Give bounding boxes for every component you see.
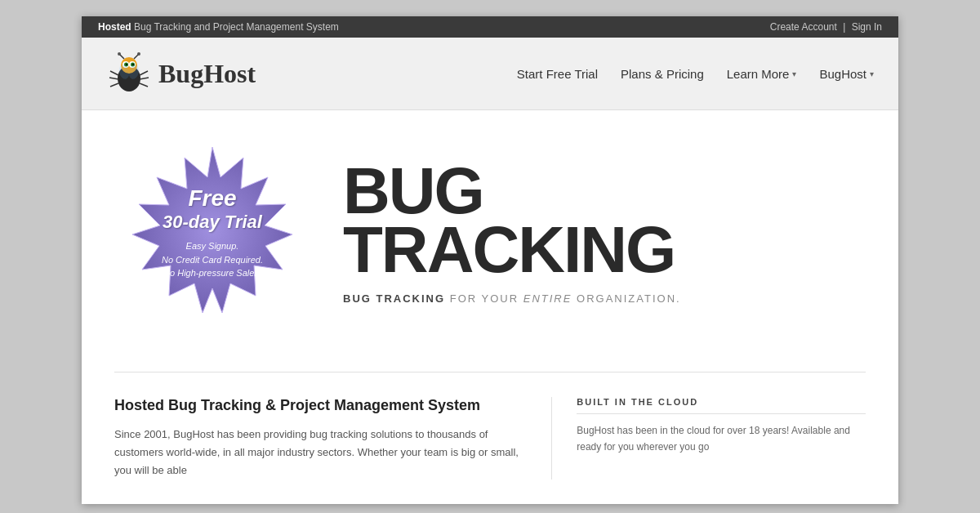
badge-detail-1: Easy Signup. (186, 241, 239, 251)
svg-point-10 (118, 52, 121, 56)
top-bar: Hosted Bug Tracking and Project Manageme… (82, 16, 898, 38)
site-logo-text: BugHost (158, 59, 256, 89)
svg-line-17 (140, 83, 148, 87)
auth-separator: | (843, 21, 845, 33)
main-nav: Start Free Trial Plans & Pricing Learn M… (517, 67, 874, 81)
bughost-chevron-icon: ▾ (870, 69, 874, 78)
site-header: BugHost Start Free Trial Plans & Pricing… (82, 38, 898, 110)
svg-line-15 (140, 71, 148, 75)
cloud-heading: BUILT IN THE CLOUD (577, 397, 866, 414)
starburst-text: Free 30-day Trial Easy Signup. No Credit… (154, 177, 271, 288)
logo-area: BugHost (106, 51, 256, 96)
main-content: Free 30-day Trial Easy Signup. No Credit… (82, 110, 898, 504)
badge-detail-3: No High-pressure Sales. (163, 268, 261, 278)
nav-learn-more[interactable]: Learn More ▾ (727, 67, 797, 81)
subtitle-for-your: FOR YOUR (450, 292, 519, 305)
svg-line-13 (109, 78, 118, 79)
subtitle-organization: ORGANIZATION. (577, 292, 681, 305)
svg-point-6 (126, 64, 127, 65)
top-bar-subtitle: Bug Tracking and Project Management Syst… (134, 21, 339, 33)
browser-window: Hosted Bug Tracking and Project Manageme… (82, 16, 898, 504)
badge-trial-text: 30-day Trial (162, 212, 263, 233)
lower-left-heading: Hosted Bug Tracking & Project Management… (114, 397, 519, 414)
subtitle-entire: ENTIRE (523, 292, 572, 305)
sign-in-link[interactable]: Sign In (852, 21, 882, 33)
bughost-logo-icon (106, 51, 152, 96)
svg-line-14 (110, 83, 118, 87)
badge-details: Easy Signup. No Credit Card Required. No… (162, 239, 263, 280)
starburst-badge-container: Free 30-day Trial Easy Signup. No Credit… (114, 135, 310, 331)
svg-point-11 (137, 52, 140, 56)
top-bar-auth: Create Account | Sign In (770, 21, 882, 33)
nav-start-free-trial[interactable]: Start Free Trial (517, 67, 598, 81)
badge-detail-2: No Credit Card Required. (162, 255, 263, 265)
cloud-body: BugHost has been in the cloud for over 1… (577, 422, 866, 456)
svg-line-16 (140, 78, 149, 79)
svg-line-12 (110, 71, 118, 75)
headline-tracking: TRACKING (343, 221, 866, 279)
learn-more-chevron-icon: ▾ (792, 69, 796, 78)
section-divider (114, 372, 866, 372)
badge-free-text: Free (162, 185, 263, 212)
starburst-badge: Free 30-day Trial Easy Signup. No Credit… (122, 143, 302, 323)
nav-plans-pricing[interactable]: Plans & Pricing (621, 67, 704, 81)
top-bar-tagline: Hosted Bug Tracking and Project Manageme… (98, 21, 339, 33)
nav-bughost[interactable]: BugHost ▾ (819, 67, 874, 81)
create-account-link[interactable]: Create Account (770, 21, 837, 33)
top-bar-hosted: Hosted (98, 21, 131, 33)
hero-headline: BUG TRACKING BUG TRACKING FOR YOUR ENTIR… (343, 162, 866, 305)
lower-left-body: Since 2001, BugHost has been providing b… (114, 426, 519, 480)
lower-section: Hosted Bug Tracking & Project Management… (114, 397, 866, 480)
headline-bug: BUG (343, 162, 866, 221)
hero-subtitle: BUG TRACKING FOR YOUR ENTIRE ORGANIZATIO… (343, 292, 866, 305)
subtitle-bug-tracking: BUG TRACKING (343, 292, 445, 305)
lower-right-content: BUILT IN THE CLOUD BugHost has been in t… (551, 397, 866, 480)
hero-section: Free 30-day Trial Easy Signup. No Credit… (114, 135, 866, 331)
lower-left-content: Hosted Bug Tracking & Project Management… (114, 397, 519, 480)
